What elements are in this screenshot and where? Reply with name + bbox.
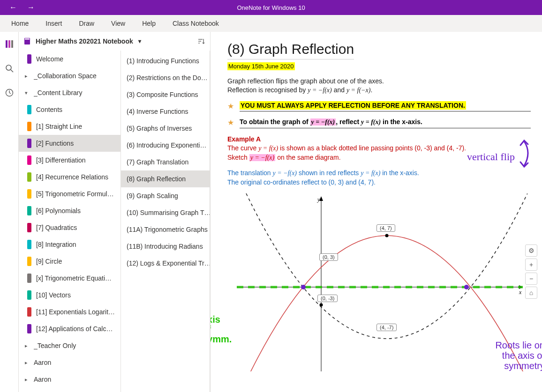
- page-title: (8) Graph Reflection: [227, 41, 354, 59]
- graph-zoom-out-button[interactable]: −: [525, 273, 537, 285]
- page-item[interactable]: (7) Graph Translation: [121, 154, 210, 170]
- menu-help[interactable]: Help: [134, 15, 164, 32]
- section-label: [11] Exponentials Logarit…: [36, 308, 115, 316]
- menu-draw[interactable]: Draw: [70, 15, 103, 32]
- menu-class-notebook[interactable]: Class Notebook: [164, 15, 227, 32]
- section-label: [4] Recurrence Relations: [36, 173, 108, 181]
- sort-icon[interactable]: [197, 37, 205, 45]
- section-color-tab: [27, 189, 31, 199]
- page-canvas[interactable]: (8) Graph Reflection Monday 15th June 20…: [211, 32, 542, 392]
- page-item[interactable]: (9) Graph Scaling: [121, 187, 210, 204]
- section-item[interactable]: [1] Straight Line: [19, 118, 120, 135]
- section-color-tab: [27, 324, 31, 333]
- warning-text: YOU MUST ALWAYS APPLY REFLECTION BEFORE …: [240, 101, 466, 110]
- chevron-down-icon: ▾: [23, 90, 29, 96]
- graph-figure: y x (4, 7) (0, 3) (0, -3) (4, -7): [227, 193, 527, 371]
- page-item[interactable]: (3) Composite Functions: [121, 86, 210, 103]
- section-label: _Content Library: [34, 89, 83, 96]
- forward-button[interactable]: →: [24, 1, 38, 14]
- page-item[interactable]: (6) Introducing Exponenti…: [121, 137, 210, 154]
- section-label: [9] Circle: [36, 258, 62, 265]
- section-item[interactable]: ▸Aaron: [19, 371, 120, 388]
- page-item[interactable]: (2) Restrictions on the Do…: [121, 69, 210, 86]
- page-item[interactable]: (4) Inverse Functions: [121, 103, 210, 120]
- important-tag-icon[interactable]: ★: [227, 118, 235, 127]
- ink-arrow-icon: [516, 139, 532, 171]
- recent-icon[interactable]: [4, 87, 15, 98]
- section-item[interactable]: ▾_Content Library: [19, 84, 120, 101]
- menu-view[interactable]: View: [103, 15, 134, 32]
- section-color-tab: [27, 54, 31, 64]
- page-item[interactable]: (5) Graphs of Inverses: [121, 120, 210, 137]
- menu-insert[interactable]: Insert: [37, 15, 70, 32]
- page-date: Monday 15th June 2020: [227, 62, 295, 70]
- page-list: (1) Introducing Functions(2) Restriction…: [121, 51, 210, 392]
- app-title: OneNote for Windows 10: [0, 4, 542, 11]
- section-item[interactable]: [9] Circle: [19, 253, 120, 270]
- svg-line-4: [11, 70, 13, 72]
- svg-point-16: [301, 285, 306, 289]
- intro-line-1: Graph reflection flips the graph about o…: [227, 77, 384, 85]
- section-label: [3] Differentiation: [36, 156, 86, 164]
- notebook-picker[interactable]: Higher Maths 202021 Notebook ▾: [19, 32, 210, 51]
- notebook-nav-icon[interactable]: [4, 38, 15, 50]
- menu-home[interactable]: Home: [3, 15, 37, 32]
- important-tag-icon[interactable]: ★: [227, 102, 235, 111]
- section-item[interactable]: [4] Recurrence Relations: [19, 169, 120, 185]
- section-color-tab: [27, 274, 31, 283]
- svg-rect-1: [8, 40, 10, 48]
- search-icon[interactable]: [4, 63, 15, 74]
- section-item[interactable]: [6] Polynomials: [19, 202, 120, 219]
- chevron-right-icon: ▸: [23, 360, 29, 366]
- section-color-tab: [27, 122, 31, 131]
- graph-zoom-in-button[interactable]: +: [525, 259, 537, 271]
- page-item[interactable]: (10) Summarising Graph T…: [121, 204, 210, 221]
- section-item[interactable]: [5] Trigonometric Formul…: [19, 185, 120, 202]
- section-item[interactable]: Contents: [19, 101, 120, 118]
- section-label: [12] Applications of Calc…: [36, 325, 113, 333]
- title-bar: ← → OneNote for Windows 10: [0, 0, 542, 15]
- section-item[interactable]: [7] Quadratics: [19, 219, 120, 236]
- section-item[interactable]: Welcome: [19, 51, 120, 67]
- graph-settings-button[interactable]: ⚙: [525, 244, 537, 257]
- section-item[interactable]: [3] Differentiation: [19, 152, 120, 169]
- section-label: [10] Vectors: [36, 291, 71, 299]
- section-item[interactable]: [2] Functions: [19, 135, 120, 152]
- graph-home-button[interactable]: ⌂: [525, 287, 537, 299]
- page-item[interactable]: (8) Graph Reflection: [121, 170, 210, 187]
- x-axis-label: x: [519, 289, 521, 296]
- graph-tool-column: ⚙ + − ⌂: [525, 244, 537, 299]
- section-item[interactable]: [8] Integration: [19, 236, 120, 253]
- chevron-right-icon: ▸: [23, 343, 29, 349]
- section-item[interactable]: ▸_Teacher Only: [19, 337, 120, 354]
- section-list: Welcome▸_Collaboration Space▾_Content Li…: [19, 51, 121, 392]
- chevron-right-icon: ▸: [23, 73, 29, 79]
- ink-vertical-flip: vertical flip: [467, 151, 515, 163]
- svg-point-18: [385, 234, 389, 237]
- section-item[interactable]: ▸Aaron: [19, 354, 120, 371]
- point-label-1: (4, 7): [376, 224, 395, 232]
- section-label: Aaron: [34, 359, 51, 366]
- section-item[interactable]: [x] Trigonometric Equati…: [19, 270, 120, 287]
- section-label: Aaron: [34, 376, 51, 383]
- section-item[interactable]: [10] Vectors: [19, 287, 120, 303]
- section-color-tab: [27, 172, 31, 182]
- point-label-2: (0, 3): [319, 253, 338, 261]
- section-color-tab: [27, 155, 31, 165]
- section-item[interactable]: [11] Exponentials Logarit…: [19, 303, 120, 320]
- section-label: [6] Polynomials: [36, 207, 81, 214]
- page-item[interactable]: (11A) Trigonometric Graphs: [121, 221, 210, 238]
- back-button[interactable]: ←: [7, 1, 20, 14]
- notebook-name: Higher Maths 202021 Notebook: [36, 37, 133, 45]
- page-item[interactable]: (12) Logs & Exponential Tr…: [121, 255, 210, 272]
- section-item[interactable]: ▸_Collaboration Space: [19, 67, 120, 84]
- section-label: [1] Straight Line: [36, 123, 82, 130]
- section-label: [x] Trigonometric Equati…: [36, 274, 112, 282]
- section-label: _Collaboration Space: [34, 72, 97, 80]
- y-axis-label: y: [317, 196, 320, 203]
- section-color-tab: [27, 105, 31, 114]
- page-item[interactable]: (11B) Introducing Radians: [121, 238, 210, 255]
- section-item[interactable]: [12] Applications of Calc…: [19, 320, 120, 337]
- page-item[interactable]: (1) Introducing Functions: [121, 52, 210, 69]
- section-color-tab: [27, 257, 31, 266]
